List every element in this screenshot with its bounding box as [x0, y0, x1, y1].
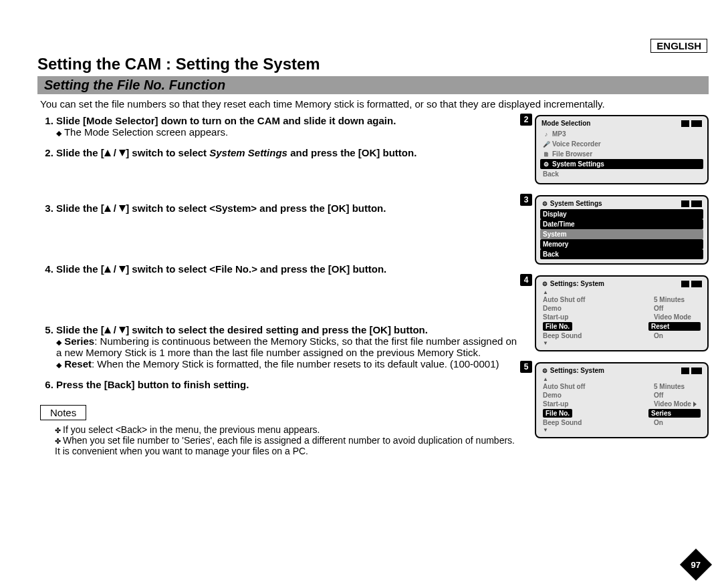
arrow-up-icon	[104, 266, 111, 273]
battery-icon	[681, 120, 702, 127]
page: ENGLISH Setting the CAM : Setting the Sy…	[0, 0, 722, 588]
screen-number-badge: 4	[520, 274, 532, 286]
note-1: If you select <Back> in the menu, the pr…	[55, 424, 521, 435]
settings-row: Beep SoundOn	[540, 331, 703, 340]
step-5-sub2: ◆ Reset: When the Memory Stick is format…	[56, 358, 521, 370]
arrow-up-icon	[104, 150, 111, 156]
menu-item: Memory	[540, 239, 703, 249]
battery-icon	[681, 368, 702, 374]
settings-row: Start-upVideo Mode	[540, 313, 703, 321]
settings-row: Auto Shut off5 Minutes	[540, 382, 703, 391]
screen-number-badge: 2	[520, 114, 532, 126]
notes-label: Notes	[40, 405, 86, 420]
step-6: Press the [Back] button to finish settin…	[56, 379, 521, 390]
screens-column: 2 Mode Selection ♪MP3 🎤Voice Recorder 🗎F…	[535, 115, 709, 456]
menu-item: 🎤Voice Recorder	[540, 139, 703, 149]
screen-2: 2 Mode Selection ♪MP3 🎤Voice Recorder 🗎F…	[535, 115, 709, 184]
folder-icon: 🗎	[543, 151, 550, 158]
settings-row-selected: File No.Series	[540, 408, 703, 418]
menu-item-selected: System	[540, 229, 703, 239]
mic-icon: 🎤	[543, 141, 550, 148]
settings-row: DemoOff	[540, 304, 703, 313]
diamond-icon: ◆	[56, 361, 62, 370]
screen-3: 3 ⚙ System Settings Display Date/Time Sy…	[535, 195, 709, 265]
screen-5-title: ⚙ Settings: System	[542, 367, 604, 374]
scroll-up-icon: ▲	[540, 289, 703, 295]
menu-item: Display	[540, 209, 703, 219]
arrow-down-icon	[119, 150, 126, 156]
settings-row: Beep SoundOn	[540, 418, 703, 427]
battery-icon	[681, 200, 702, 207]
settings-icon: ⚙	[542, 368, 548, 374]
arrow-down-icon	[119, 266, 126, 273]
language-box: ENGLISH	[650, 39, 707, 53]
step-2: Slide the [ / ] switch to select System …	[56, 147, 521, 193]
menu-item: Back	[540, 169, 703, 179]
settings-icon: ⚙	[542, 281, 548, 287]
triangle-right-icon	[693, 402, 697, 407]
menu-item: Back	[540, 249, 703, 259]
page-title: Setting the CAM : Setting the System	[37, 55, 709, 74]
arrow-up-icon	[104, 327, 111, 333]
menu-item: Date/Time	[540, 219, 703, 229]
diamond-icon: ◆	[56, 338, 62, 347]
arrow-up-icon	[104, 205, 111, 212]
menu-item: ♪MP3	[540, 129, 703, 139]
intro-text: You can set the file numbers so that the…	[37, 98, 709, 110]
step-4: Slide the [ / ] switch to select <File N…	[56, 263, 521, 315]
scroll-down-icon: ▼	[540, 340, 703, 346]
note-2: When you set file number to 'Series', ea…	[55, 435, 521, 456]
screen-3-title: ⚙ System Settings	[542, 200, 602, 207]
screen-number-badge: 5	[520, 361, 532, 373]
step-5-sub1: ◆ Series: Numbering is continuous betwee…	[56, 335, 521, 358]
steps-column: Slide [Mode Selector] down to turn on th…	[37, 115, 521, 456]
screen-number-badge: 3	[520, 194, 532, 206]
subtitle: Setting the File No. Function	[37, 76, 709, 94]
settings-row: DemoOff	[540, 391, 703, 400]
diamond-icon: ◆	[56, 129, 62, 138]
menu-item-selected: ⚙System Settings	[540, 159, 703, 169]
arrow-down-icon	[119, 205, 126, 212]
arrow-down-icon	[119, 327, 126, 333]
page-number: 97	[680, 549, 712, 581]
battery-icon	[681, 281, 702, 287]
menu-item: 🗎File Browser	[540, 149, 703, 159]
settings-row-selected: File No.Reset	[540, 321, 703, 331]
screen-4: 4 ⚙ Settings: System ▲ Auto Shut off5 Mi…	[535, 275, 709, 351]
step-1-sub: ◆ The Mode Selection screen appears.	[56, 126, 521, 138]
screen-4-title: ⚙ Settings: System	[542, 280, 604, 287]
settings-row: Start-upVideo Mode	[540, 400, 703, 408]
screen-5: 5 ⚙ Settings: System ▲ Auto Shut off5 Mi…	[535, 362, 709, 438]
scroll-up-icon: ▲	[540, 376, 703, 382]
settings-icon: ⚙	[542, 200, 548, 207]
settings-icon: ⚙	[543, 161, 550, 168]
step-3: Slide the [ / ] switch to select <System…	[56, 202, 521, 254]
step-1: Slide [Mode Selector] down to turn on th…	[56, 115, 521, 138]
step-5: Slide the [ / ] switch to select the des…	[56, 324, 521, 370]
screen-2-title: Mode Selection	[542, 120, 590, 127]
settings-row: Auto Shut off5 Minutes	[540, 295, 703, 304]
notes-list: If you select <Back> in the menu, the pr…	[44, 424, 521, 456]
music-icon: ♪	[543, 131, 550, 138]
step-1-text: Slide [Mode Selector] down to turn on th…	[56, 115, 396, 126]
scroll-down-icon: ▼	[540, 427, 703, 433]
